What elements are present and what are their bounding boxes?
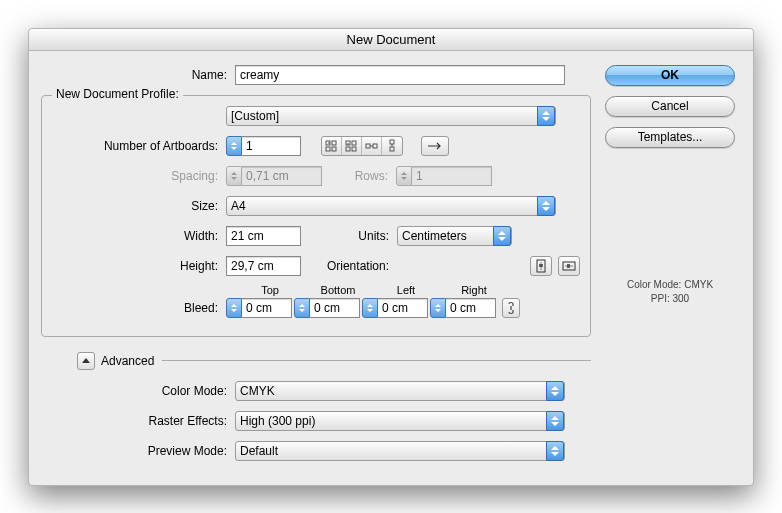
stepper-arrows-icon (396, 166, 412, 186)
svg-rect-11 (390, 147, 394, 151)
dropdown-icon (546, 441, 564, 461)
divider (162, 360, 591, 361)
rows-input (412, 166, 492, 186)
dropdown-icon (493, 226, 511, 246)
layout-grid-row-icon[interactable] (322, 137, 342, 155)
bleed-right-input[interactable] (446, 298, 496, 318)
num-artboards-input[interactable] (242, 136, 301, 156)
size-select[interactable]: A4 (226, 196, 556, 216)
dropdown-icon (537, 106, 555, 126)
bleed-left-input[interactable] (378, 298, 428, 318)
color-mode-label: Color Mode: (41, 384, 235, 398)
raster-effects-value: High (300 ppi) (240, 414, 315, 428)
stepper-arrows-icon[interactable] (226, 298, 242, 318)
bleed-right-label: Right (440, 284, 508, 296)
dropdown-icon (546, 411, 564, 431)
advanced-label: Advanced (101, 354, 154, 368)
svg-rect-1 (332, 141, 336, 145)
orientation-landscape-button[interactable] (558, 256, 580, 276)
svg-rect-3 (332, 147, 336, 151)
svg-rect-5 (352, 141, 356, 145)
stepper-arrows-icon (226, 166, 242, 186)
height-label: Height: (42, 259, 226, 273)
new-document-dialog: New Document Name: New Document Profile:… (28, 28, 754, 486)
cancel-button[interactable]: Cancel (605, 96, 735, 117)
bleed-left-label: Left (372, 284, 440, 296)
bleed-left-stepper[interactable] (362, 298, 428, 318)
stepper-arrows-icon[interactable] (430, 298, 446, 318)
color-mode-value: CMYK (240, 384, 275, 398)
units-select[interactable]: Centimeters (397, 226, 512, 246)
templates-button[interactable]: Templates... (605, 127, 735, 148)
profile-fieldset: New Document Profile: [Custom] Number of… (41, 95, 591, 337)
dropdown-icon (537, 196, 555, 216)
size-label: Size: (42, 199, 226, 213)
info-color-mode: Color Mode: CMYK (605, 278, 735, 292)
raster-effects-select[interactable]: High (300 ppi) (235, 411, 565, 431)
stepper-arrows-icon[interactable] (226, 136, 242, 156)
orientation-portrait-button[interactable] (530, 256, 552, 276)
height-input[interactable] (226, 256, 301, 276)
num-artboards-label: Number of Artboards: (42, 139, 226, 153)
info-panel: Color Mode: CMYK PPI: 300 (605, 278, 735, 306)
color-mode-select[interactable]: CMYK (235, 381, 565, 401)
rows-label: Rows: (322, 169, 396, 183)
ok-button[interactable]: OK (605, 65, 735, 86)
layout-row-icon[interactable] (362, 137, 382, 155)
spacing-input (242, 166, 322, 186)
artboard-layout-group[interactable] (321, 136, 403, 156)
dropdown-icon (546, 381, 564, 401)
bleed-bottom-stepper[interactable] (294, 298, 360, 318)
profile-select[interactable]: [Custom] (226, 106, 556, 126)
bleed-right-stepper[interactable] (430, 298, 496, 318)
spacing-stepper (226, 166, 322, 186)
layout-grid-col-icon[interactable] (342, 137, 362, 155)
name-label: Name: (41, 68, 235, 82)
bleed-bottom-label: Bottom (304, 284, 372, 296)
width-label: Width: (42, 229, 226, 243)
name-input[interactable] (235, 65, 565, 85)
units-label: Units: (301, 229, 397, 243)
spacing-label: Spacing: (42, 169, 226, 183)
size-value: A4 (231, 199, 246, 213)
width-input[interactable] (226, 226, 301, 246)
preview-mode-select[interactable]: Default (235, 441, 565, 461)
svg-rect-8 (366, 144, 370, 148)
profile-value: [Custom] (231, 109, 279, 123)
svg-rect-6 (346, 147, 350, 151)
preview-mode-value: Default (240, 444, 278, 458)
info-ppi: PPI: 300 (605, 292, 735, 306)
bleed-bottom-input[interactable] (310, 298, 360, 318)
orientation-label: Orientation: (301, 259, 397, 273)
title-bar: New Document (29, 29, 753, 51)
raster-effects-label: Raster Effects: (41, 414, 235, 428)
units-value: Centimeters (402, 229, 467, 243)
svg-rect-9 (373, 144, 377, 148)
artboard-direction-button[interactable] (421, 136, 449, 156)
bleed-top-input[interactable] (242, 298, 292, 318)
bleed-label: Bleed: (42, 301, 226, 315)
bleed-link-button[interactable] (502, 298, 520, 318)
layout-col-icon[interactable] (382, 137, 402, 155)
preview-mode-label: Preview Mode: (41, 444, 235, 458)
num-artboards-stepper[interactable] (226, 136, 301, 156)
profile-label: New Document Profile: (52, 87, 183, 101)
bleed-top-stepper[interactable] (226, 298, 292, 318)
stepper-arrows-icon[interactable] (362, 298, 378, 318)
advanced-toggle[interactable] (77, 352, 95, 370)
stepper-arrows-icon[interactable] (294, 298, 310, 318)
bleed-top-label: Top (236, 284, 304, 296)
svg-rect-7 (352, 147, 356, 151)
rows-stepper (396, 166, 492, 186)
svg-rect-2 (326, 147, 330, 151)
svg-rect-10 (390, 140, 394, 144)
